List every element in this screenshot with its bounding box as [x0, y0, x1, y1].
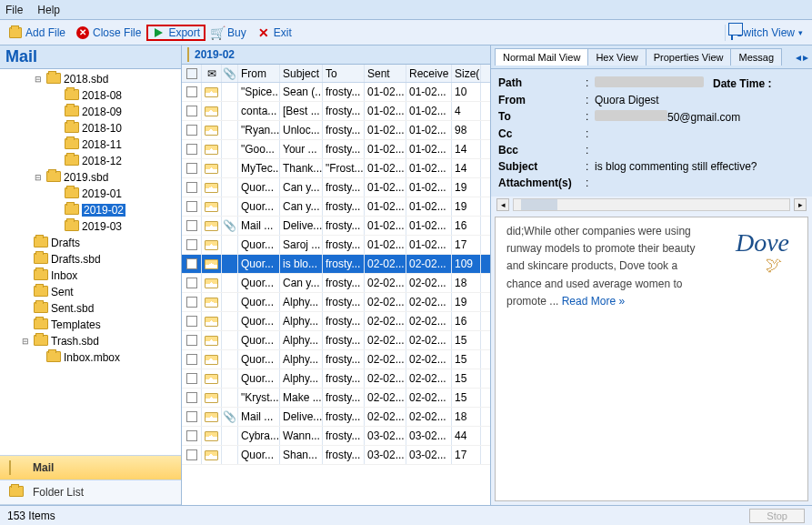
- message-list[interactable]: "Spice...Sean (...frosty...01-02...01-02…: [182, 83, 490, 505]
- col-sent[interactable]: Sent: [365, 65, 406, 82]
- message-row[interactable]: 📎Mail ...Delive...frosty...02-02...02-02…: [182, 408, 490, 427]
- message-row[interactable]: Quor...Saroj ...frosty...01-02...01-02..…: [182, 236, 490, 255]
- col-subject[interactable]: Subject: [280, 65, 323, 82]
- tab-message-header[interactable]: Messag: [730, 48, 782, 66]
- stop-button[interactable]: Stop: [749, 509, 805, 523]
- attachment-icon: [222, 331, 238, 349]
- tree-item[interactable]: Sent.sbd: [0, 300, 181, 317]
- tree-item[interactable]: Inbox.mbox: [0, 349, 181, 366]
- hdr-bcc-value: [595, 144, 805, 156]
- tab-scroll-left-icon[interactable]: ◂: [796, 51, 801, 64]
- scroll-left-icon[interactable]: ◂: [496, 198, 509, 211]
- tree-item[interactable]: ⊟2018.sbd: [0, 71, 181, 87]
- message-row[interactable]: "Kryst...Make ...frosty...02-02...02-02.…: [182, 389, 490, 408]
- col-attachment-icon[interactable]: 📎: [222, 65, 238, 82]
- attachment-icon: [222, 312, 238, 330]
- tree-item[interactable]: ⊟Trash.sbd: [0, 333, 181, 349]
- col-to[interactable]: To: [323, 65, 365, 82]
- message-row[interactable]: Quor...Can y...frosty...02-02...02-02...…: [182, 274, 490, 293]
- message-row[interactable]: Quor...is blo...frosty...02-02...02-02..…: [182, 255, 490, 274]
- message-row[interactable]: Quor...Alphy...frosty...02-02...02-02...…: [182, 331, 490, 350]
- menu-help[interactable]: Help: [37, 4, 60, 16]
- tree-item[interactable]: 2019-03: [0, 218, 181, 235]
- tree-item[interactable]: 2019-01: [0, 186, 181, 202]
- tree-item[interactable]: Inbox: [0, 268, 181, 284]
- col-receive[interactable]: Receive: [406, 65, 452, 82]
- envelope-icon: [202, 255, 222, 273]
- col-checkbox[interactable]: [182, 65, 202, 82]
- tree-item[interactable]: Drafts: [0, 235, 181, 251]
- attachment-icon: [222, 197, 238, 216]
- col-from[interactable]: From: [238, 65, 280, 82]
- hdr-date-key: Date Time :: [713, 77, 771, 90]
- tree-item[interactable]: 2018-11: [0, 136, 181, 153]
- tree-item[interactable]: ⊟2019.sbd: [0, 169, 181, 186]
- col-envelope-icon[interactable]: ✉: [202, 65, 222, 82]
- attachment-icon: [222, 121, 238, 139]
- export-label: Export: [168, 26, 200, 39]
- message-row[interactable]: Quor...Alphy...frosty...02-02...02-02...…: [182, 293, 490, 312]
- message-row[interactable]: "Goo...Your ...frosty...01-02...01-02...…: [182, 140, 490, 159]
- message-row[interactable]: Quor...Alphy...frosty...02-02...02-02...…: [182, 350, 490, 369]
- menu-file[interactable]: File: [5, 4, 23, 16]
- hdr-from-key: From: [498, 94, 586, 106]
- message-row[interactable]: Quor...Can y...frosty...01-02...01-02...…: [182, 178, 490, 197]
- message-row[interactable]: 📎Mail ...Delive...frosty...01-02...01-02…: [182, 217, 490, 236]
- envelope-icon: [202, 369, 222, 388]
- scroll-right-icon[interactable]: ▸: [794, 198, 807, 211]
- attachment-icon: [222, 178, 238, 197]
- close-file-button[interactable]: ✕ Close File: [71, 25, 146, 41]
- preview-tabs: Normal Mail View Hex View Properties Vie…: [491, 45, 812, 69]
- tree-item[interactable]: 2018-08: [0, 87, 181, 104]
- hdr-to-value: 50@gmail.com: [595, 110, 805, 124]
- tab-properties-view[interactable]: Properties View: [646, 48, 732, 66]
- message-row[interactable]: Quor...Can y...frosty...01-02...01-02...…: [182, 197, 490, 217]
- exit-button[interactable]: ✕ Exit: [252, 25, 297, 41]
- tree-item[interactable]: Templates: [0, 317, 181, 333]
- nav-folder-list-button[interactable]: Folder List: [0, 480, 181, 505]
- message-row[interactable]: Quor...Shan...frosty...03-02...03-02...1…: [182, 446, 490, 465]
- export-button[interactable]: Export: [146, 25, 206, 41]
- read-more-link[interactable]: Read More »: [562, 295, 625, 308]
- tab-hex-view[interactable]: Hex View: [587, 48, 646, 66]
- tree-item[interactable]: 2018-09: [0, 104, 181, 120]
- message-row[interactable]: Quor...Alphy...frosty...02-02...02-02...…: [182, 312, 490, 331]
- nav-mail-button[interactable]: Mail: [0, 456, 181, 480]
- col-size[interactable]: Size(: [452, 65, 481, 82]
- tree-item[interactable]: 2018-12: [0, 153, 181, 169]
- hdr-cc-key: Cc: [498, 127, 586, 140]
- folder-icon: [65, 187, 79, 200]
- tree-item[interactable]: 2019-02: [0, 202, 181, 218]
- tree-item[interactable]: 2018-10: [0, 120, 181, 136]
- message-row[interactable]: Quor...Alphy...frosty...02-02...02-02...…: [182, 369, 490, 389]
- tree-item-label: Sent: [51, 286, 74, 298]
- close-icon: ✕: [76, 26, 89, 39]
- folder-icon: [65, 155, 79, 167]
- envelope-icon: [202, 389, 222, 407]
- message-row[interactable]: conta...[Best ...frosty...01-02...01-02.…: [182, 102, 490, 121]
- envelope-icon: [202, 350, 222, 369]
- message-row[interactable]: "Ryan...Unloc...frosty...01-02...01-02..…: [182, 121, 490, 140]
- tab-scroll-right-icon[interactable]: ▸: [803, 51, 808, 64]
- folder-icon: [34, 237, 48, 249]
- tree-item[interactable]: Drafts.sbd: [0, 251, 181, 268]
- message-row[interactable]: "Spice...Sean (...frosty...01-02...01-02…: [182, 83, 490, 102]
- switch-view-button[interactable]: Switch View ▾: [725, 25, 808, 41]
- message-row[interactable]: MyTec...Thank..."Frost...01-02...01-02..…: [182, 159, 490, 178]
- message-row[interactable]: Cybra...Wann...frosty...03-02...03-02...…: [182, 427, 490, 446]
- exit-label: Exit: [274, 26, 292, 39]
- folder-tree[interactable]: ⊟2018.sbd2018-082018-092018-102018-11201…: [0, 69, 181, 455]
- hdr-from-value: Quora Digest: [595, 94, 805, 106]
- tree-item[interactable]: Sent: [0, 284, 181, 300]
- add-file-button[interactable]: Add File: [4, 25, 71, 41]
- scrollbar[interactable]: [513, 198, 790, 211]
- tab-normal-view[interactable]: Normal Mail View: [495, 48, 588, 66]
- status-count: 153 Items: [7, 510, 55, 522]
- tree-item-label: 2018-08: [82, 89, 122, 102]
- envelope-icon: [202, 312, 222, 330]
- tree-item-label: 2019-03: [82, 220, 122, 233]
- folder-icon: [34, 318, 48, 331]
- buy-button[interactable]: 🛒 Buy: [206, 25, 252, 41]
- x-icon: ✕: [257, 26, 270, 39]
- mail-body[interactable]: Dove 🕊 did;While other companies were us…: [495, 217, 808, 501]
